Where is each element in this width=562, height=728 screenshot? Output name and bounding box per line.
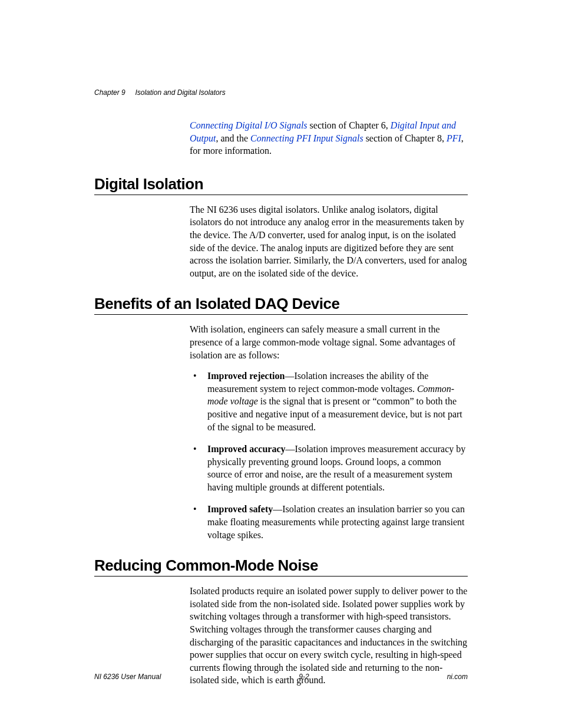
list-item: Improved accuracy—Isolation improves mea… [190,443,468,493]
intro-paragraph: Connecting Digital I/O Signals section o… [190,119,468,157]
link-connecting-pfi[interactable]: Connecting PFI Input Signals [250,133,363,143]
page-content: Chapter 9 Isolation and Digital Isolator… [0,0,562,687]
benefit-term: Improved safety [207,504,273,514]
benefits-list: Improved rejection—Isolation increases t… [190,370,468,541]
body-digital-isolation: The NI 6236 uses digital isolators. Unli… [190,203,468,280]
benefit-term: Improved accuracy [207,444,286,454]
chapter-label: Chapter 9 [94,88,125,97]
chapter-title: Isolation and Digital Isolators [135,88,225,97]
link-pfi[interactable]: PFI [447,133,461,143]
running-header: Chapter 9 Isolation and Digital Isolator… [94,88,468,97]
intro-text-1: section of Chapter 6, [308,120,391,130]
list-item: Improved safety—Isolation creates an ins… [190,503,468,541]
heading-benefits: Benefits of an Isolated DAQ Device [94,295,468,315]
body-benefits-intro: With isolation, engineers can safely mea… [190,323,468,361]
heading-digital-isolation: Digital Isolation [94,175,468,195]
page-footer: NI 6236 User Manual 9-2 ni.com [94,673,468,681]
list-item: Improved rejection—Isolation increases t… [190,370,468,433]
benefit-term: Improved rejection [207,371,285,381]
intro-text-2: , and the [216,133,250,143]
intro-text-3: section of Chapter 8, [363,133,447,143]
link-connecting-dio[interactable]: Connecting Digital I/O Signals [190,120,308,130]
heading-reducing: Reducing Common-Mode Noise [94,556,468,577]
footer-right: ni.com [447,673,468,681]
footer-center: 9-2 [299,673,309,681]
footer-left: NI 6236 User Manual [94,673,161,681]
body-reducing: Isolated products require an isolated po… [190,585,468,687]
